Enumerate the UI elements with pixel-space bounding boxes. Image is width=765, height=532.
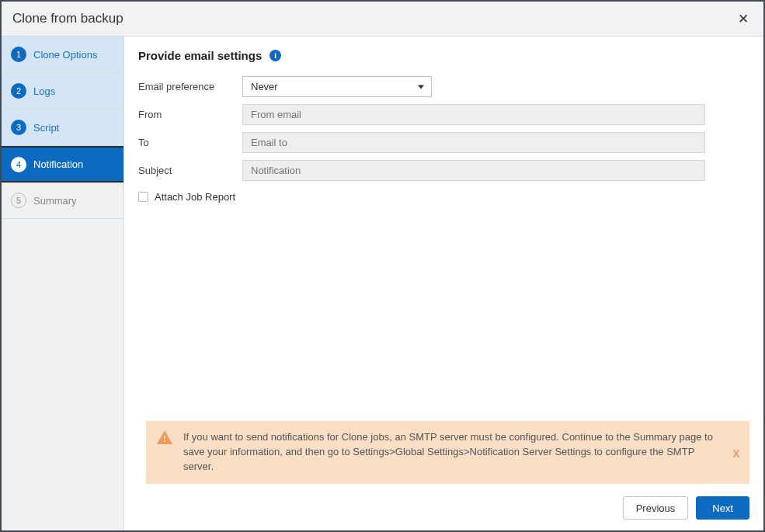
from-email-input[interactable]	[242, 104, 705, 125]
row-from: From	[138, 104, 705, 125]
next-button[interactable]: Next	[696, 496, 749, 520]
alert-text: If you want to send notifications for Cl…	[183, 431, 713, 472]
info-icon[interactable]: i	[269, 50, 281, 61]
row-subject: Subject	[138, 160, 705, 181]
step-label: Clone Options	[33, 49, 97, 61]
step-label: Notification	[33, 158, 83, 170]
smtp-warning-banner: If you want to send notifications for Cl…	[146, 421, 749, 484]
clone-from-backup-dialog: Clone from backup ✕ 1 Clone Options 2 Lo…	[0, 0, 765, 532]
previous-button[interactable]: Previous	[623, 496, 689, 520]
label-attach-report: Attach Job Report	[155, 191, 235, 203]
wizard-sidebar: 1 Clone Options 2 Logs 3 Script 4 Notifi…	[2, 37, 124, 530]
main-content: Provide email settings i Email preferenc…	[124, 37, 763, 530]
dialog-footer: Previous Next	[623, 496, 749, 520]
label-to: To	[138, 137, 242, 148]
sidebar-step-logs[interactable]: 2 Logs	[2, 73, 123, 110]
step-label: Logs	[33, 85, 55, 97]
dialog-title: Clone from backup	[12, 11, 734, 26]
step-number: 1	[11, 47, 26, 62]
sidebar-step-clone-options[interactable]: 1 Clone Options	[2, 37, 123, 73]
heading-row: Provide email settings i	[138, 49, 705, 62]
step-label: Summary	[33, 195, 77, 207]
step-number: 5	[11, 193, 26, 208]
row-to: To	[138, 132, 705, 153]
page-title: Provide email settings	[138, 49, 262, 62]
to-email-input[interactable]	[242, 132, 705, 153]
sidebar-step-summary[interactable]: 5 Summary	[2, 183, 123, 219]
close-icon[interactable]: ✕	[734, 9, 753, 28]
step-number: 2	[11, 83, 26, 99]
select-value: Never	[251, 81, 278, 92]
alert-close-icon[interactable]: x	[732, 443, 740, 463]
label-subject: Subject	[138, 165, 242, 176]
email-settings-form: Email preference Never From To	[138, 76, 705, 203]
step-label: Script	[33, 122, 59, 134]
step-number: 4	[11, 157, 26, 172]
email-preference-select[interactable]: Never	[242, 76, 432, 97]
row-email-preference: Email preference Never	[138, 76, 705, 97]
attach-job-report-checkbox[interactable]	[138, 192, 148, 202]
label-from: From	[138, 109, 242, 120]
dialog-header: Clone from backup ✕	[2, 2, 763, 37]
subject-input[interactable]	[242, 160, 705, 181]
dialog-body: 1 Clone Options 2 Logs 3 Script 4 Notifi…	[2, 37, 763, 530]
warning-icon	[157, 430, 172, 444]
sidebar-step-notification[interactable]: 4 Notification	[2, 146, 123, 183]
step-number: 3	[11, 120, 26, 135]
sidebar-step-script[interactable]: 3 Script	[2, 110, 123, 146]
row-attach-report: Attach Job Report	[138, 191, 705, 203]
label-email-preference: Email preference	[138, 81, 242, 92]
